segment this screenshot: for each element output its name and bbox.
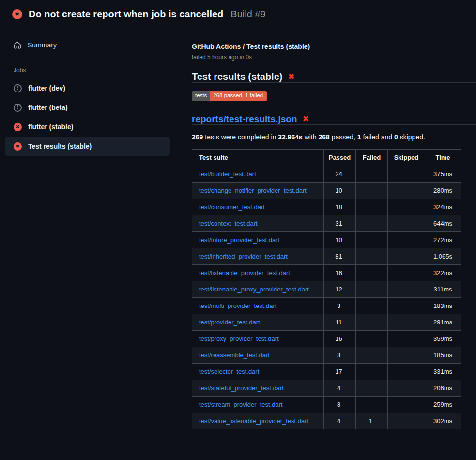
suite-link[interactable]: test/builder_test.dart xyxy=(199,170,256,178)
time-cell: 644ms xyxy=(425,215,461,231)
sidebar-item-summary[interactable]: Summary xyxy=(5,37,170,53)
time-cell: 259ms xyxy=(425,396,461,413)
passed-cell: 24 xyxy=(324,166,356,182)
suite-cell: test/proxy_provider_test.dart xyxy=(192,330,324,347)
passed-cell: 11 xyxy=(324,314,356,330)
sidebar-item-test-results-stable[interactable]: ✖ Test results (stable) xyxy=(5,137,170,156)
section-title: Test results (stable) ✖ xyxy=(192,71,476,82)
sidebar-summary-label: Summary xyxy=(28,41,57,49)
breadcrumb: GitHub Actions / Test results (stable) xyxy=(192,43,476,50)
suite-cell: test/value_listenable_provider_test.dart xyxy=(192,413,324,429)
suite-link[interactable]: test/selector_test.dart xyxy=(199,368,259,375)
time-cell: 324ms xyxy=(425,199,461,215)
test-results-table: Test suite Passed Failed Skipped Time te… xyxy=(192,149,461,429)
table-row: test/value_listenable_provider_test.dart… xyxy=(192,413,461,429)
divider xyxy=(192,61,476,61)
tests-badge: tests 268 passed, 1 failed xyxy=(192,91,267,101)
table-row: test/listenable_proxy_provider_test.dart… xyxy=(192,281,461,297)
passed-count: 268 xyxy=(319,133,330,141)
test-summary-line: 269 tests were completed in 32.964s with… xyxy=(192,133,476,141)
table-row: test/proxy_provider_test.dart 16 359ms xyxy=(192,330,461,347)
badge-value: 268 passed, 1 failed xyxy=(210,91,267,101)
passed-cell: 17 xyxy=(324,363,356,380)
suite-link[interactable]: test/stream_provider_test.dart xyxy=(199,401,283,408)
suite-link[interactable]: test/multi_provider_test.dart xyxy=(199,302,276,309)
table-row: test/future_provider_test.dart 10 272ms xyxy=(192,231,461,248)
suite-cell: test/listenable_proxy_provider_test.dart xyxy=(192,281,324,297)
passed-cell: 10 xyxy=(324,182,356,199)
suite-link[interactable]: test/context_test.dart xyxy=(199,220,258,227)
suite-link[interactable]: test/reassemble_test.dart xyxy=(199,352,270,359)
skipped-cell xyxy=(388,248,425,264)
failed-cell xyxy=(356,330,388,347)
passed-cell: 4 xyxy=(324,380,356,396)
suite-cell: test/builder_test.dart xyxy=(192,166,324,182)
suite-cell: test/future_provider_test.dart xyxy=(192,231,324,248)
passed-cell: 12 xyxy=(324,281,356,297)
skipped-cell xyxy=(388,297,425,314)
suite-link[interactable]: test/listenable_provider_test.dart xyxy=(199,269,290,276)
cancelled-circle-icon: ! xyxy=(14,104,22,112)
suite-cell: test/listenable_provider_test.dart xyxy=(192,264,324,281)
failed-cell xyxy=(356,281,388,297)
suite-cell: test/consumer_test.dart xyxy=(192,199,324,215)
passed-cell: 4 xyxy=(324,413,356,429)
skipped-cell xyxy=(388,215,425,231)
job-label: flutter (stable) xyxy=(28,123,73,131)
table-row: test/builder_test.dart 24 375ms xyxy=(192,166,461,182)
sidebar-item-flutter-beta[interactable]: ! flutter (beta) xyxy=(5,98,170,117)
suite-link[interactable]: test/listenable_proxy_provider_test.dart xyxy=(199,286,309,293)
skipped-cell xyxy=(388,347,425,363)
total-count: 269 xyxy=(192,133,203,141)
suite-link[interactable]: test/inherited_provider_test.dart xyxy=(199,253,288,260)
suite-cell: test/change_notifier_provider_test.dart xyxy=(192,182,324,199)
sidebar-item-flutter-dev[interactable]: ! flutter (dev) xyxy=(5,78,170,98)
build-failed-icon: ✖ xyxy=(12,9,22,19)
suite-cell: test/provider_test.dart xyxy=(192,314,324,330)
skipped-cell xyxy=(388,166,425,182)
failed-cell xyxy=(356,215,388,231)
passed-cell: 31 xyxy=(324,215,356,231)
table-row: test/consumer_test.dart 18 324ms xyxy=(192,199,461,215)
passed-cell: 81 xyxy=(324,248,356,264)
suite-link[interactable]: test/consumer_test.dart xyxy=(199,203,265,211)
time-cell: 272ms xyxy=(425,231,461,248)
sidebar-item-flutter-stable[interactable]: ✖ flutter (stable) xyxy=(5,117,170,137)
passed-cell: 10 xyxy=(324,231,356,248)
skipped-cell xyxy=(388,413,425,429)
job-label: Test results (stable) xyxy=(28,142,92,150)
skipped-cell xyxy=(388,330,425,347)
skipped-cell xyxy=(388,380,425,396)
time-cell: 375ms xyxy=(425,166,461,182)
failed-cell xyxy=(356,231,388,248)
suite-link[interactable]: test/stateful_provider_test.dart xyxy=(199,384,284,392)
suite-link[interactable]: test/proxy_provider_test.dart xyxy=(199,335,279,342)
time-cell: 185ms xyxy=(425,347,461,363)
passed-cell: 18 xyxy=(324,199,356,215)
home-icon xyxy=(14,41,21,49)
failed-cell xyxy=(356,380,388,396)
report-file-link[interactable]: reports/test-results.json xyxy=(192,114,297,124)
suite-cell: test/selector_test.dart xyxy=(192,363,324,380)
time-cell: 280ms xyxy=(425,182,461,199)
suite-link[interactable]: test/change_notifier_provider_test.dart xyxy=(199,187,307,194)
passed-cell: 8 xyxy=(324,396,356,413)
sidebar: Summary Jobs ! flutter (dev) ! flutter (… xyxy=(0,27,184,156)
header-passed: Passed xyxy=(324,149,356,166)
suite-link[interactable]: test/provider_test.dart xyxy=(199,319,260,326)
report-title: reports/test-results.json ✖ xyxy=(192,114,476,124)
suite-link[interactable]: test/value_listenable_provider_test.dart xyxy=(199,417,308,425)
build-title: Do not create report when job is cancell… xyxy=(29,9,223,20)
failed-cell xyxy=(356,363,388,380)
failed-cell xyxy=(356,297,388,314)
time-cell: 311ms xyxy=(425,281,461,297)
duration-value: 32.964s xyxy=(278,133,303,141)
passed-cell: 16 xyxy=(324,330,356,347)
suite-link[interactable]: test/future_provider_test.dart xyxy=(199,236,279,244)
failed-x-icon: ✖ xyxy=(303,115,309,123)
section-title-text: Test results (stable) xyxy=(192,71,282,82)
table-row: test/change_notifier_provider_test.dart … xyxy=(192,182,461,199)
badge-label: tests xyxy=(192,91,210,101)
skipped-cell xyxy=(388,396,425,413)
skipped-cell xyxy=(388,231,425,248)
